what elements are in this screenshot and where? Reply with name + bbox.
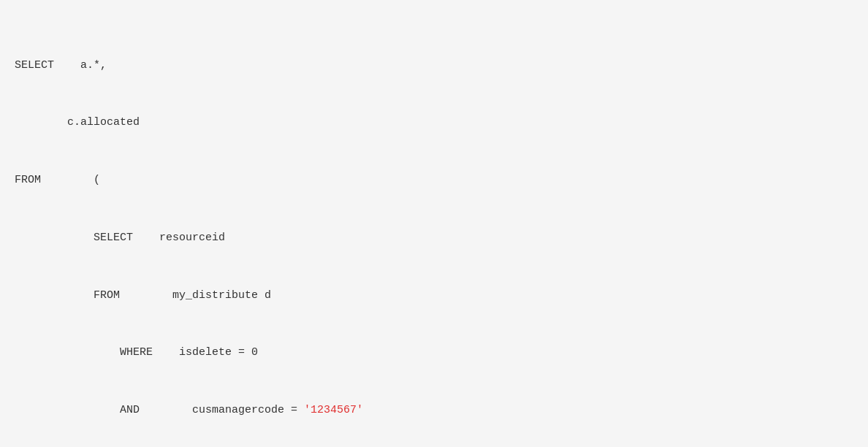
keyword: FROM (15, 174, 41, 186)
line-3: FROM ( (15, 171, 846, 190)
code-text: isdelete = 0 (153, 346, 258, 359)
code-text: my_distribute d (120, 289, 271, 302)
code-text (15, 289, 94, 302)
line-2: c.allocated (15, 113, 846, 132)
line-5: FROM my_distribute d (15, 286, 846, 305)
code-container: SELECT a.*, c.allocated FROM ( SELECT re… (0, 0, 868, 447)
code-block: SELECT a.*, c.allocated FROM ( SELECT re… (15, 18, 846, 447)
line-6: WHERE isdelete = 0 (15, 343, 846, 362)
keyword: SELECT (15, 59, 54, 72)
code-text: cusmanagercode = (140, 404, 304, 416)
keyword: SELECT (94, 232, 133, 244)
code-text: ( (41, 174, 100, 186)
code-text: a.*, (54, 59, 107, 72)
code-text (15, 346, 120, 359)
code-text: resourceid (133, 232, 225, 244)
code-text (15, 232, 94, 244)
code-text: c.allocated (15, 116, 140, 129)
string-literal: '1234567' (304, 404, 363, 416)
line-1: SELECT a.*, (15, 56, 846, 75)
line-4: SELECT resourceid (15, 229, 846, 248)
keyword: FROM (94, 289, 120, 302)
line-7: AND cusmanagercode = '1234567' (15, 401, 846, 420)
keyword: AND (120, 404, 140, 416)
keyword: WHERE (120, 346, 153, 359)
code-text (15, 404, 120, 416)
